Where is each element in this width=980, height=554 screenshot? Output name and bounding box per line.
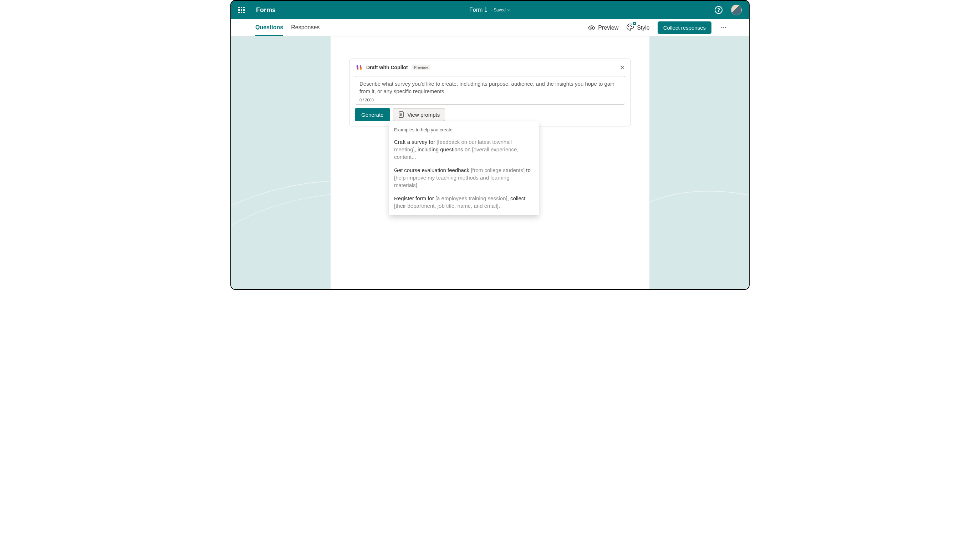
view-prompts-button[interactable]: View prompts xyxy=(393,108,445,121)
tab-questions[interactable]: Questions xyxy=(255,20,283,36)
chevron-down-icon xyxy=(507,8,511,12)
more-options-icon[interactable] xyxy=(719,26,727,30)
toolbar: Questions Responses Preview Style Collec… xyxy=(231,19,749,37)
collect-responses-button[interactable]: Collect responses xyxy=(658,21,711,34)
char-count: 0 / 2000 xyxy=(360,98,620,102)
dropdown-header: Examples to help you create xyxy=(389,126,539,135)
copilot-card-title: Draft with Copilot xyxy=(366,65,408,70)
svg-point-2 xyxy=(630,25,630,26)
prompts-icon xyxy=(398,111,404,118)
svg-point-1 xyxy=(628,26,629,26)
close-icon[interactable] xyxy=(619,65,625,70)
prompt-example[interactable]: Register form for [a employees training … xyxy=(389,192,539,212)
form-canvas: Draft with Copilot Preview 0 / 2000 Gene… xyxy=(331,37,649,289)
prompt-example[interactable]: Get course evaluation feedback [from col… xyxy=(389,163,539,192)
copilot-card: Draft with Copilot Preview 0 / 2000 Gene… xyxy=(350,59,630,126)
prompts-dropdown: Examples to help you create Craft a surv… xyxy=(389,121,539,215)
view-prompts-label: View prompts xyxy=(407,112,440,118)
top-bar: Forms Form 1 - Saved ? xyxy=(231,1,749,19)
help-icon[interactable]: ? xyxy=(715,6,722,14)
prompt-input[interactable] xyxy=(360,80,620,96)
avatar[interactable] xyxy=(731,5,742,15)
preview-label: Preview xyxy=(598,25,618,31)
style-label: Style xyxy=(637,25,650,31)
app-name: Forms xyxy=(256,6,276,14)
style-button[interactable]: Style xyxy=(626,23,650,32)
prompt-example[interactable]: Craft a survey for [feedback on our late… xyxy=(389,135,539,163)
eye-icon xyxy=(588,26,595,30)
preview-button[interactable]: Preview xyxy=(588,25,618,31)
tab-responses[interactable]: Responses xyxy=(291,20,320,36)
svg-rect-4 xyxy=(399,112,403,117)
svg-point-3 xyxy=(631,26,632,26)
generate-button[interactable]: Generate xyxy=(355,108,390,121)
canvas-background: Draft with Copilot Preview 0 / 2000 Gene… xyxy=(231,37,749,289)
preview-badge: Preview xyxy=(412,65,430,70)
saved-status[interactable]: - Saved xyxy=(491,8,511,13)
svg-point-0 xyxy=(591,27,593,29)
prompt-box: 0 / 2000 xyxy=(355,76,625,105)
document-title-area[interactable]: Form 1 - Saved xyxy=(469,7,511,13)
document-title: Form 1 xyxy=(469,7,487,13)
copilot-icon xyxy=(356,64,363,71)
waffle-icon[interactable] xyxy=(238,7,245,13)
